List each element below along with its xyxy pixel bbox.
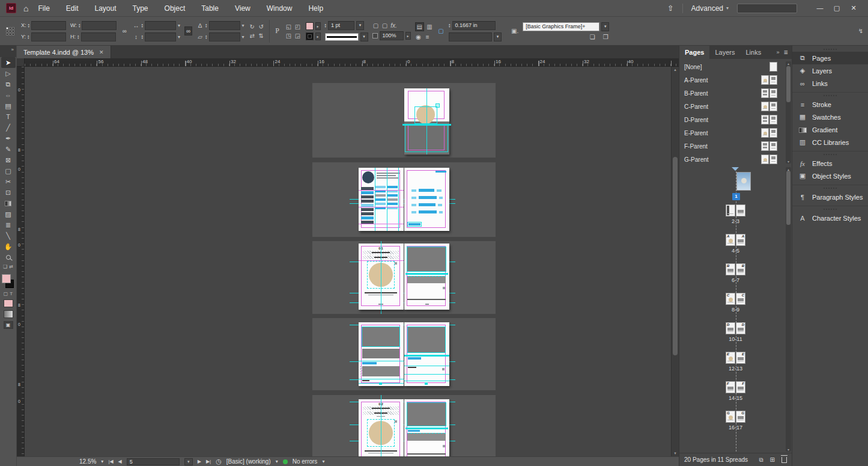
parent-row-none[interactable]: [None] xyxy=(679,60,792,73)
group-grip[interactable] xyxy=(824,188,837,189)
fill-swatch[interactable] xyxy=(2,274,11,283)
menu-item-type[interactable]: Type xyxy=(133,4,148,13)
dock-item-swatches[interactable]: ▦Swatches xyxy=(792,111,868,123)
preflight-profile[interactable]: [Basic] (working) xyxy=(226,458,271,465)
spread-thumbnail[interactable]: EE xyxy=(726,352,745,364)
menu-item-file[interactable]: File xyxy=(38,4,49,13)
constrain-scale-icon[interactable]: ∞ xyxy=(184,26,192,35)
preflight-icon[interactable]: ◷ xyxy=(216,458,222,465)
panel-menu-icon[interactable]: ≣ xyxy=(783,49,788,55)
fill-color-swatch[interactable] xyxy=(306,22,314,30)
page-5[interactable] xyxy=(404,244,449,310)
scale-y-stepper[interactable]: ▴▾ xyxy=(141,34,143,39)
canvas[interactable]: 01 xyxy=(25,67,679,456)
spread-thumbnail[interactable] xyxy=(726,204,745,216)
formatting-text-icon[interactable]: T xyxy=(10,291,13,296)
shear-stepper[interactable]: ▴▾ xyxy=(205,34,207,39)
spread-thumbnail[interactable]: DD xyxy=(726,322,745,334)
parent-row-b-parent[interactable]: B-Parent xyxy=(679,87,792,100)
caption-frame[interactable] xyxy=(407,276,446,283)
distribute-horizontal-icon[interactable]: ◲ xyxy=(294,32,302,39)
ruler-origin-corner[interactable] xyxy=(17,58,25,66)
apply-color-button[interactable] xyxy=(4,299,13,307)
tab-layers[interactable]: Layers xyxy=(709,46,740,59)
chevron-down-icon[interactable]: ▾ xyxy=(178,23,180,28)
note-tool[interactable]: ≣ xyxy=(1,219,16,230)
page-1[interactable] xyxy=(404,88,449,155)
zoom-tool[interactable] xyxy=(1,252,16,263)
document-tab[interactable]: Template 4.indd @ 13% ✕ xyxy=(17,46,111,58)
pages-scrollbar[interactable]: ▴ ▾ xyxy=(786,167,791,452)
h-field[interactable] xyxy=(81,32,116,41)
rectangle-tool[interactable]: ▢ xyxy=(1,165,16,176)
space-vertical-icon[interactable]: ◱ xyxy=(285,23,293,30)
page-dropdown-button[interactable]: ▾ xyxy=(184,458,193,465)
zoom-dropdown-icon[interactable]: ▾ xyxy=(101,459,103,464)
menu-item-layout[interactable]: Layout xyxy=(95,4,117,13)
quick-apply-icon[interactable]: ❐ xyxy=(602,34,609,40)
gutter-stepper[interactable]: ▴▾ xyxy=(449,23,451,28)
share-icon[interactable]: ⇧ xyxy=(667,4,674,13)
parent-row-f-parent[interactable]: F-Parent xyxy=(679,139,792,153)
scroll-up-icon[interactable]: ▴ xyxy=(672,67,679,72)
preflight-dropdown-icon[interactable]: ▾ xyxy=(276,459,278,464)
workspace-switcher[interactable]: Advanced ▾ xyxy=(691,4,729,13)
parent-row-g-parent[interactable]: G-Parent xyxy=(679,153,792,166)
parent-row-e-parent[interactable]: E-Parent xyxy=(679,126,792,139)
horizontal-ruler[interactable]: 6456484032241680816243240 xyxy=(25,58,679,66)
corner-shape-icon[interactable]: ▢ xyxy=(381,22,389,29)
stroke-style-dropdown[interactable] xyxy=(325,33,359,41)
group-grip[interactable] xyxy=(824,154,837,155)
preset-field[interactable] xyxy=(449,32,492,41)
rotation-stepper[interactable]: ▴▾ xyxy=(205,23,207,28)
spread-thumbnail[interactable]: AA xyxy=(726,234,745,246)
rotate-ccw-button[interactable]: ↺ xyxy=(258,23,265,30)
flip-vertical-button[interactable]: ⇅ xyxy=(258,32,265,39)
y-field[interactable] xyxy=(31,32,66,41)
object-style-dropdown-button[interactable]: ▾ xyxy=(601,22,609,31)
page-item-1[interactable]: 1 xyxy=(679,166,792,203)
new-page-icon[interactable]: ⊞ xyxy=(770,456,775,463)
maximize-button[interactable]: ▢ xyxy=(828,4,845,12)
frame-tool[interactable]: ⊠ xyxy=(1,155,16,165)
caption-frame[interactable] xyxy=(407,433,446,441)
line-tool[interactable]: ╱ xyxy=(1,122,16,133)
text-wrap-shape-icon[interactable]: ▥ xyxy=(426,23,433,30)
rotation-field[interactable] xyxy=(209,21,240,30)
image-frame[interactable] xyxy=(362,349,399,358)
live-corners-icon[interactable]: ▢ xyxy=(437,28,445,34)
gap-tool[interactable]: ⇔ xyxy=(1,90,16,100)
overprint-checkbox[interactable] xyxy=(372,33,378,38)
parent-row-c-parent[interactable]: C-Parent xyxy=(679,100,792,113)
type-tool[interactable]: T xyxy=(1,111,16,122)
h-stepper[interactable]: ▴▾ xyxy=(77,34,79,39)
home-icon[interactable]: ⌂ xyxy=(23,4,28,13)
menu-item-object[interactable]: Object xyxy=(165,4,186,13)
stroke-color-swatch[interactable] xyxy=(306,32,314,40)
y-stepper[interactable]: ▴▾ xyxy=(28,34,29,39)
menu-item-help[interactable]: Help xyxy=(308,4,323,13)
reference-point-proxy[interactable] xyxy=(6,27,14,35)
image-frame[interactable] xyxy=(362,366,399,376)
free-transform-tool[interactable]: ⊡ xyxy=(1,187,16,198)
scroll-down-icon[interactable]: ▾ xyxy=(672,451,679,456)
chevron-down-icon[interactable]: ▾ xyxy=(242,23,244,28)
page-9[interactable] xyxy=(404,399,449,456)
screen-mode-button[interactable]: ▣ xyxy=(4,321,13,329)
corner-options-icon[interactable]: ▢ xyxy=(372,22,380,29)
gutter-field[interactable]: 0.1667 in xyxy=(452,21,496,30)
previous-page-button[interactable]: ◀ xyxy=(118,459,122,464)
effects-icon[interactable]: fx. xyxy=(390,22,398,29)
parent-row-a-parent[interactable]: A-Parent xyxy=(679,73,792,87)
vertical-ruler[interactable]: 000008888 xyxy=(17,67,25,456)
scale-y-field[interactable] xyxy=(145,32,176,41)
rotate-cw-button[interactable]: ↻ xyxy=(249,23,256,30)
zoom-level[interactable]: 12.5% xyxy=(79,458,96,465)
errors-dropdown-icon[interactable]: ▾ xyxy=(322,459,324,464)
formatting-container-icon[interactable]: ▢ xyxy=(4,291,8,296)
default-swatches-icon[interactable]: ❏ xyxy=(3,264,7,269)
selection-tool[interactable]: ➤ xyxy=(1,57,16,68)
stroke-weight-field[interactable]: 1 pt xyxy=(328,21,354,30)
opacity-flyout-button[interactable]: ▸ xyxy=(405,32,411,40)
menu-item-table[interactable]: Table xyxy=(201,4,219,13)
